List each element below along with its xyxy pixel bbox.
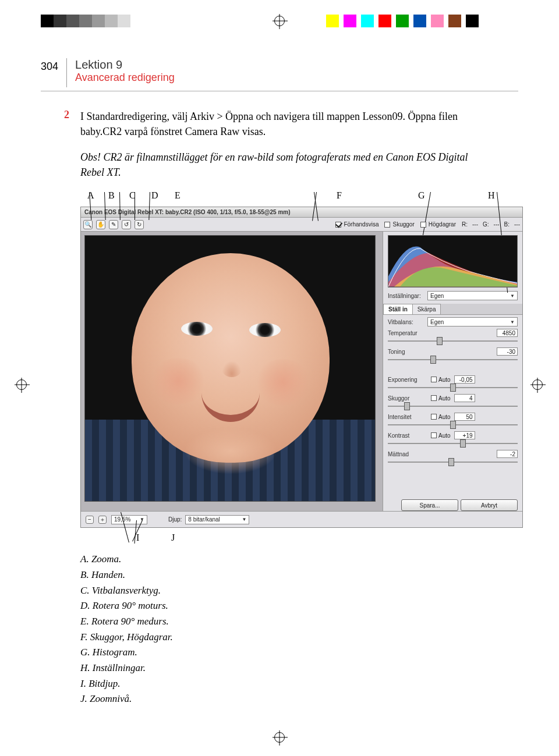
color-swatch [413, 15, 426, 27]
exposure-label: Exponering [388, 377, 427, 383]
lesson-title: Lektion 9 [75, 58, 175, 72]
highlights-checkbox[interactable]: Högdagrar [420, 221, 456, 228]
contrast-label: Kontrast [388, 432, 427, 439]
note-text: Obs! CR2 är filnamnstillägget för en raw… [80, 150, 488, 180]
page-number: 304 [41, 58, 67, 87]
hand-tool-icon[interactable]: ✋ [96, 220, 105, 229]
step-text: I Standardredigering, välj Arkiv > Öppna… [80, 109, 483, 139]
cancel-button[interactable]: Avbryt [461, 499, 518, 511]
color-swatch [41, 15, 54, 27]
callout-H: H [488, 190, 495, 201]
shadows-value[interactable]: 4 [454, 394, 475, 402]
shadows-checkbox[interactable]: Skuggor [384, 221, 414, 228]
callout-E: E [175, 190, 181, 201]
auto-label: Auto [438, 432, 451, 439]
auto-label: Auto [438, 395, 451, 402]
auto-label: Auto [438, 377, 451, 383]
callout-J: J [171, 533, 175, 543]
color-swatch [344, 15, 356, 27]
color-swatch [118, 15, 130, 27]
saturation-value[interactable]: -2 [497, 450, 518, 458]
legend-B: B. Handen. [80, 568, 518, 583]
wb-select[interactable]: Egen [427, 317, 518, 326]
saturation-label: Mättnad [388, 451, 427, 457]
minus-icon: − [88, 516, 91, 523]
checkbox-icon[interactable] [431, 377, 437, 382]
color-swatch [431, 15, 444, 27]
legend-E: E. Rotera 90° medurs. [80, 615, 518, 629]
white-balance-tool-icon[interactable]: ✎ [109, 220, 118, 229]
page-header: 304 Lektion 9 Avancerad redigering [41, 58, 518, 87]
exposure-value[interactable]: -0,05 [454, 375, 475, 384]
exposure-slider[interactable] [388, 385, 518, 391]
window-footer: − ＋ 19,5% Djup: 8 bitar/kanal [81, 511, 522, 527]
settings-value: Egen [430, 293, 444, 299]
registration-mark-icon [16, 379, 27, 390]
r-value: --- [472, 221, 478, 228]
color-swatch [105, 15, 118, 27]
brightness-label: Intensitet [388, 414, 427, 420]
b-label: B: [504, 221, 510, 228]
step-2: 2 I Standardredigering, välj Arkiv > Öpp… [64, 109, 483, 139]
checkbox-icon [384, 222, 390, 228]
lesson-subtitle: Avancerad redigering [75, 72, 175, 84]
toolbar: 🔍 ✋ ✎ ↺ ↻ Förhandsvisa Skuggor Högdagrar… [81, 218, 522, 232]
checkbox-icon[interactable] [431, 414, 437, 420]
tint-value[interactable]: -30 [497, 347, 518, 356]
color-swatch [396, 15, 409, 27]
zoom-tool-icon[interactable]: 🔍 [83, 220, 93, 229]
g-value: --- [494, 221, 500, 228]
auto-label: Auto [438, 414, 451, 420]
checkbox-icon[interactable] [431, 432, 437, 438]
save-button[interactable]: Spara... [401, 499, 458, 511]
rotate-ccw-icon[interactable]: ↺ [122, 220, 131, 229]
tint-slider[interactable] [388, 357, 518, 363]
brightness-slider[interactable] [388, 422, 518, 428]
brightness-value[interactable]: 50 [454, 413, 475, 421]
tab-bar: Ställ in Skärpa [383, 304, 522, 315]
depth-select[interactable]: 8 bitar/kanal [185, 515, 249, 524]
preview-area [81, 232, 383, 511]
raw-preview-image [84, 235, 376, 502]
checkbox-icon[interactable] [431, 395, 437, 401]
saturation-slider[interactable] [388, 459, 518, 465]
legend-D: D. Rotera 90° moturs. [80, 599, 518, 613]
b-value: --- [514, 221, 520, 228]
r-label: R: [462, 221, 468, 228]
color-swatch [448, 15, 461, 27]
color-swatch [378, 15, 391, 27]
settings-label: Inställningar: [388, 293, 425, 299]
depth-label: Djup: [168, 516, 182, 523]
callout-row-top: A B C D E F G H [80, 190, 518, 207]
rotate-cw-icon[interactable]: ↻ [135, 220, 144, 229]
step-number: 2 [64, 109, 75, 139]
tint-label: Toning [388, 349, 427, 355]
tab-adjust[interactable]: Ställ in [383, 304, 413, 314]
checkbox-icon [420, 222, 426, 228]
contrast-slider[interactable] [388, 441, 518, 446]
depth-value: 8 bitar/kanal [188, 516, 220, 523]
shadows-slider[interactable] [388, 403, 518, 409]
preview-checkbox[interactable]: Förhandsvisa [335, 221, 378, 228]
tab-sharpen[interactable]: Skärpa [412, 304, 441, 314]
settings-panel: Inställningar: Egen Ställ in Skärpa Vitb… [383, 232, 522, 511]
callout-F: F [337, 190, 342, 201]
histogram [388, 235, 518, 288]
legend-F: F. Skuggor, Högdagrar. [80, 630, 518, 645]
temperature-value[interactable]: 4850 [497, 329, 518, 337]
wb-label: Vitbalans: [388, 319, 425, 325]
callout-D: D [151, 190, 158, 201]
color-swatch [54, 15, 66, 27]
settings-select[interactable]: Egen [427, 291, 518, 300]
legend-C: C. Vitbalansverktyg. [80, 584, 518, 598]
legend-I: I. Bitdjup. [80, 677, 518, 691]
registration-mark-icon [532, 379, 543, 390]
temperature-slider[interactable] [388, 338, 518, 344]
zoom-in-button[interactable]: ＋ [98, 516, 107, 524]
legend-G: G. Histogram. [80, 645, 518, 660]
zoom-out-button[interactable]: − [86, 516, 94, 524]
temperature-label: Temperatur [388, 330, 427, 336]
window-title: Canon EOS Digital Rebel XT: baby.CR2 (IS… [84, 209, 291, 215]
color-swatch [79, 15, 92, 27]
contrast-value[interactable]: +19 [454, 431, 475, 439]
